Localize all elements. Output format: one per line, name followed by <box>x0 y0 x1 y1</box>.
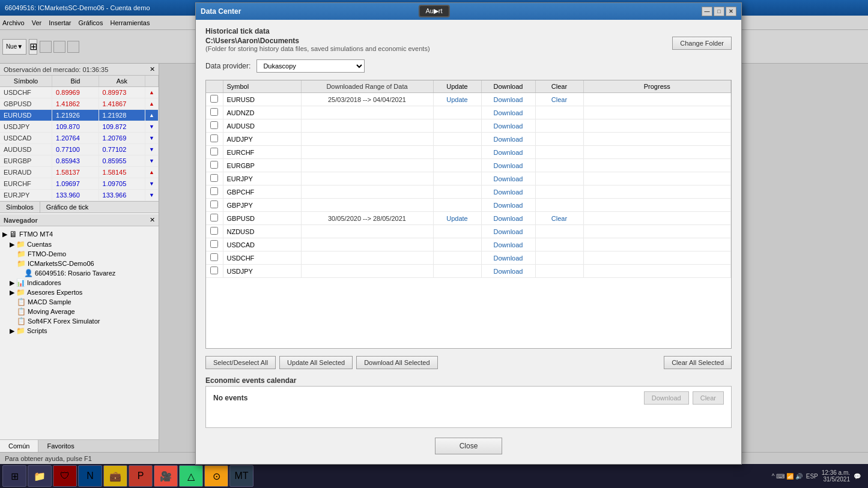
row-download-btn-8[interactable]: Download <box>494 202 523 209</box>
row-clear-btn-9[interactable]: Clear <box>551 215 567 222</box>
taskbar-app5[interactable]: 💼 <box>103 465 127 487</box>
row-checkbox-8[interactable] <box>210 200 218 208</box>
data-provider-select[interactable]: Dukascopy <box>256 59 365 73</box>
symbol-row[interactable]: EURGBP 0.85943 0.85955 ▼ <box>0 155 159 167</box>
clear-events-btn[interactable]: Clear <box>693 391 724 405</box>
row-download-btn-9[interactable]: Download <box>494 215 523 222</box>
data-table-wrapper[interactable]: Symbol Downloaded Range of Data Update D… <box>205 80 732 349</box>
row-download-btn-11[interactable]: Download <box>494 241 523 249</box>
tree-item-moving[interactable]: 📋 Moving Average <box>2 307 156 316</box>
menu-ver[interactable]: Ver <box>32 19 42 26</box>
tree-item-cuentas[interactable]: ▶ 📁 Cuentas <box>2 239 156 249</box>
taskbar-windows[interactable]: ⊞ <box>2 465 26 487</box>
row-download-btn-6[interactable]: Download <box>494 175 523 182</box>
row-checkbox-0[interactable] <box>210 95 218 103</box>
tree-item-ftmo[interactable]: ▶ 🖥 FTMO MT4 <box>2 229 156 239</box>
taskbar-app9[interactable]: ⊙ <box>204 465 228 487</box>
tab-tick-chart[interactable]: Gráfico de tick <box>40 202 94 212</box>
taskbar-app3[interactable]: 🛡 <box>53 465 77 487</box>
row-checkbox-9[interactable] <box>210 214 218 221</box>
row-update-btn-0[interactable]: Update <box>446 96 467 103</box>
symbol-row[interactable]: EURAUD 1.58137 1.58145 ▲ <box>0 167 159 178</box>
row-download-btn-1[interactable]: Download <box>494 109 523 116</box>
row-update-btn-9[interactable]: Update <box>446 215 467 222</box>
taskbar-mt4[interactable]: MT <box>229 465 253 487</box>
tb-icon-2[interactable] <box>53 41 65 53</box>
close-dialog-btn[interactable]: Close <box>435 438 503 454</box>
taskbar-explorer[interactable]: 📁 <box>28 465 52 487</box>
clear-all-btn[interactable]: Clear All Selected <box>664 356 732 369</box>
symbol-row[interactable]: USDCHF 0.89969 0.89973 ▲ <box>0 87 159 98</box>
taskbar-app4[interactable]: N <box>78 465 102 487</box>
row-checkbox-11[interactable] <box>210 240 218 248</box>
row-checkbox-13[interactable] <box>210 267 218 274</box>
row-download-btn-4[interactable]: Download <box>494 149 523 156</box>
tree-expand-3: ▶ <box>10 279 14 287</box>
symbol-row[interactable]: USDCAD 1.20764 1.20769 ▼ <box>0 133 159 144</box>
menu-herramientas[interactable]: Herramientas <box>110 19 150 26</box>
row-download-btn-2[interactable]: Download <box>494 122 523 130</box>
row-checkbox-3[interactable] <box>210 134 218 142</box>
dialog-maximize[interactable]: □ <box>714 7 724 16</box>
market-watch-close[interactable]: ✕ <box>150 65 155 73</box>
symbol-row[interactable]: GBPUSD 1.41862 1.41867 ▲ <box>0 98 159 110</box>
menu-graficos[interactable]: Gráficos <box>79 19 103 26</box>
tab-simbolos[interactable]: Símbolos <box>0 202 40 212</box>
tree-item-soft4fx[interactable]: 📋 Soft4FX Forex Simulator <box>2 316 156 326</box>
row-download-btn-5[interactable]: Download <box>494 162 523 169</box>
row-checkbox-4[interactable] <box>210 148 218 155</box>
notification-icon: 💬 <box>854 473 861 480</box>
sym-name: EURGBP <box>0 155 52 167</box>
tree-item-macd[interactable]: 📋 MACD Sample <box>2 297 156 307</box>
tb-icon-3[interactable] <box>67 41 79 53</box>
row-download-btn-7[interactable]: Download <box>494 188 523 196</box>
update-all-btn[interactable]: Update All Selected <box>279 356 353 369</box>
tree-item-scripts[interactable]: ▶ 📁 Scripts <box>2 326 156 336</box>
navigator-close[interactable]: ✕ <box>150 216 155 224</box>
symbol-row[interactable]: EURJPY 133.960 133.966 ▼ <box>0 190 159 201</box>
row-download-btn-12[interactable]: Download <box>494 255 523 262</box>
change-folder-btn[interactable]: Change Folder <box>672 37 732 50</box>
tree-item-asesores[interactable]: ▶ 📁 Asesores Expertos <box>2 288 156 297</box>
menu-archivo[interactable]: Archivo <box>2 19 25 26</box>
row-checkbox-1[interactable] <box>210 108 218 116</box>
row-range <box>301 159 433 172</box>
row-download-btn-10[interactable]: Download <box>494 228 523 235</box>
row-download-btn-13[interactable]: Download <box>494 268 523 275</box>
dialog-close-btn[interactable]: ✕ <box>726 7 736 16</box>
toolbar-icons <box>40 41 79 53</box>
tree-item-indicadores[interactable]: ▶ 📊 Indicadores <box>2 278 156 288</box>
toolbar-btn-new[interactable]: Nue▼ <box>2 39 26 55</box>
taskbar-app7[interactable]: 🎥 <box>154 465 178 487</box>
row-clear-btn-0[interactable]: Clear <box>551 96 567 103</box>
row-checkbox-12[interactable] <box>210 253 218 261</box>
dialog-titlebar-controls: — □ ✕ <box>702 7 736 16</box>
tb-icon-1[interactable] <box>40 41 52 53</box>
download-events-btn[interactable]: Download <box>644 391 689 405</box>
tab-favoritos[interactable]: Favoritos <box>38 440 82 452</box>
taskbar-app6[interactable]: P <box>129 465 153 487</box>
symbol-row[interactable]: EURCHF 1.09697 1.09705 ▼ <box>0 178 159 190</box>
row-progress <box>583 172 731 185</box>
tree-item-icmarkets[interactable]: 📁 ICMarketsSC-Demo06 <box>2 259 156 268</box>
row-download-btn-3[interactable]: Download <box>494 136 523 143</box>
row-checkbox-2[interactable] <box>210 121 218 129</box>
row-checkbox-6[interactable] <box>210 174 218 182</box>
download-all-btn[interactable]: Download All Selected <box>356 356 437 369</box>
tree-item-account[interactable]: 👤 66049516: Rosario Tavarez <box>2 268 156 278</box>
toolbar-btn-open[interactable]: ⊞ <box>29 39 37 55</box>
symbol-row[interactable]: USDJPY 109.870 109.872 ▼ <box>0 121 159 133</box>
menu-insertar[interactable]: Insertar <box>49 19 71 26</box>
tab-comun[interactable]: Común <box>0 440 38 452</box>
dialog-minimize[interactable]: — <box>702 7 712 16</box>
row-download-btn-0[interactable]: Download <box>494 96 523 103</box>
symbol-row[interactable]: EURUSD 1.21926 1.21928 ▲ <box>0 110 159 121</box>
select-deselect-btn[interactable]: Select/Deselect All <box>205 356 276 369</box>
row-checkbox-5[interactable] <box>210 161 218 169</box>
symbol-row[interactable]: AUDUSD 0.77100 0.77102 ▼ <box>0 144 159 155</box>
taskbar-app8[interactable]: △ <box>179 465 203 487</box>
row-clear <box>535 146 583 159</box>
tree-item-ftmo-demo[interactable]: 📁 FTMO-Demo <box>2 249 156 259</box>
row-checkbox-7[interactable] <box>210 187 218 195</box>
row-checkbox-10[interactable] <box>210 227 218 235</box>
